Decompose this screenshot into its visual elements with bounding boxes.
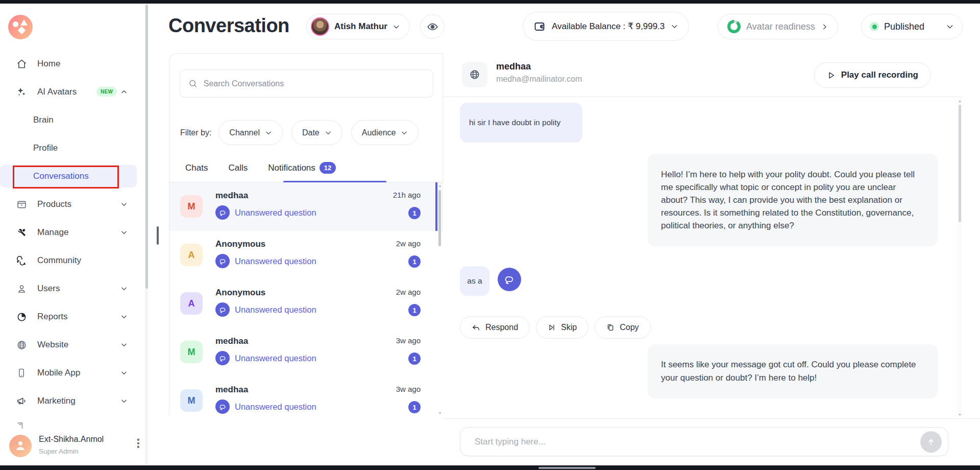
tab-calls[interactable]: Calls: [228, 163, 248, 180]
sidebar-item-label: Brain: [33, 115, 54, 125]
skip-icon: [548, 323, 556, 332]
user-avatar[interactable]: [9, 435, 32, 457]
sidebar-item-mobile-app[interactable]: Mobile App: [0, 362, 148, 384]
chevron-down-icon: [120, 369, 128, 377]
sidebar-item-brain[interactable]: Brain: [0, 109, 148, 131]
conversation-row[interactable]: M medhaa Unanswered question 3w ago 1: [169, 377, 443, 416]
message-text: It seems like your message got cut off. …: [661, 360, 916, 383]
list-scrollbar[interactable]: ▲ ▼: [438, 183, 442, 416]
window-top-bar: [0, 0, 980, 4]
tools-icon: [15, 226, 28, 239]
home-icon: [15, 58, 28, 70]
sidebar-item-profile[interactable]: Profile: [0, 137, 148, 159]
notifications-count-badge: 12: [320, 162, 336, 174]
sidebar-item-manage[interactable]: Manage: [0, 221, 148, 244]
filter-channel-dropdown[interactable]: Channel: [218, 120, 283, 145]
balance-dropdown[interactable]: Available Balance : ₹ 9,999.3: [523, 12, 689, 41]
tab-chats[interactable]: Chats: [185, 163, 208, 180]
sidebar-item-label: Manage: [37, 227, 68, 238]
respond-label: Respond: [485, 323, 518, 332]
unread-count-badge: 1: [408, 255, 421, 268]
search-box[interactable]: [180, 69, 433, 98]
sidebar-item-marketing[interactable]: Marketing: [0, 390, 148, 412]
filter-date-dropdown[interactable]: Date: [291, 120, 342, 145]
play-button-label: Play call recording: [841, 70, 918, 80]
sidebar-item-label: Users: [37, 284, 60, 294]
send-button[interactable]: [920, 431, 942, 453]
user-role: Super Admin: [39, 448, 78, 455]
message-input[interactable]: [475, 437, 920, 447]
chevron-down-icon: [401, 129, 408, 136]
scroll-up-arrow-icon[interactable]: ▲: [438, 184, 442, 187]
avatar-readiness-button[interactable]: Avatar readiness: [718, 14, 838, 39]
sidebar-item-users[interactable]: Users: [0, 277, 148, 300]
preview-eye-button[interactable]: [420, 14, 445, 39]
publish-status-dropdown[interactable]: Published: [861, 14, 963, 39]
chat-cloud-icon: [215, 400, 230, 414]
reply-icon: [472, 323, 480, 332]
scroll-down-arrow-icon[interactable]: ▼: [438, 411, 442, 415]
sidebar-item-label: Conversations: [33, 171, 89, 181]
avatar: M: [180, 341, 203, 363]
composer[interactable]: [460, 427, 948, 456]
filter-audience-dropdown[interactable]: Audience: [351, 120, 419, 145]
chat-cloud-icon: [215, 254, 230, 268]
chevron-down-icon: [120, 201, 128, 208]
message-bubble-user: as a: [460, 266, 489, 296]
conversation-list-panel: Filter by: Channel Date Audience Chats C…: [169, 53, 443, 416]
sidebar-item-conversations[interactable]: Conversations: [0, 165, 137, 187]
brand-logo[interactable]: [8, 15, 33, 39]
sidebar-item-products[interactable]: Products: [0, 193, 148, 216]
app-window: Home AI Avatars NEW Brain Profile Conver…: [0, 4, 980, 465]
chevron-down-icon: [120, 313, 128, 320]
archive-icon: [15, 198, 28, 210]
sidebar-item-home[interactable]: Home: [0, 53, 148, 75]
chevron-up-icon: [120, 88, 128, 96]
megaphone-icon: [15, 395, 28, 407]
sidebar-item-label: Community: [37, 255, 81, 266]
avatar-selector-dropdown[interactable]: Atish Mathur: [306, 14, 410, 39]
conversation-row[interactable]: A Anonymous Unanswered question 2w ago 1: [169, 279, 443, 328]
conversation-status: Unanswered question: [235, 402, 316, 412]
play-call-recording-button[interactable]: Play call recording: [814, 62, 931, 88]
sidebar-nav: Home AI Avatars NEW Brain Profile Conver…: [0, 53, 148, 418]
window-bottom-bar: [0, 465, 980, 470]
sidebar-item-ai-avatars[interactable]: AI Avatars NEW: [0, 81, 148, 103]
sidebar-item-label: Products: [37, 199, 71, 209]
tab-label: Calls: [228, 163, 248, 173]
respond-button[interactable]: Respond: [460, 316, 530, 339]
chat-bubbles-icon: [15, 254, 28, 267]
unread-count-badge: 1: [408, 207, 421, 219]
chat-cloud-icon: [215, 351, 230, 365]
chevron-down-icon: [120, 397, 128, 405]
message-bubble-bot: It seems like your message got cut off. …: [648, 344, 938, 398]
tab-notifications[interactable]: Notifications 12: [268, 162, 336, 181]
user-name: Ext-Shikha.Anmol: [39, 435, 104, 444]
skip-button[interactable]: Skip: [536, 316, 589, 339]
scroll-down-arrow-icon[interactable]: ▼: [958, 413, 962, 416]
copy-button[interactable]: Copy: [595, 316, 650, 339]
chat-scrollbar[interactable]: ▲ ▼: [958, 99, 962, 417]
scroll-up-arrow-icon[interactable]: ▲: [958, 99, 962, 103]
sidebar-item-website[interactable]: Website: [0, 334, 148, 356]
search-input[interactable]: [204, 79, 425, 88]
conversation-row[interactable]: M medhaa Unanswered question 3w ago 1: [169, 328, 443, 377]
chevron-down-icon: [120, 285, 128, 292]
conversation-tabs: Chats Calls Notifications 12: [185, 162, 336, 181]
copy-icon: [606, 323, 615, 332]
sidebar-item-community[interactable]: Community: [0, 249, 148, 272]
sidebar-item-reports[interactable]: Reports: [0, 306, 148, 328]
conversation-time: 3w ago: [396, 385, 421, 393]
conversation-row[interactable]: M medhaa Unanswered question 21h ago 1: [169, 182, 443, 231]
chat-panel: medhaa medha@mailinator.com Play call re…: [443, 53, 980, 416]
panel-drag-handle[interactable]: [157, 226, 159, 245]
chevron-right-icon: [821, 23, 828, 31]
conversation-name: medhaa: [215, 336, 248, 346]
filter-date-label: Date: [302, 128, 320, 137]
phone-icon: [15, 367, 28, 379]
eye-icon: [427, 21, 438, 33]
kebab-menu-icon[interactable]: •••: [137, 438, 140, 449]
chevron-down-icon: [265, 129, 272, 136]
status-label: Published: [884, 21, 924, 32]
conversation-row[interactable]: A Anonymous Unanswered question 2w ago 1: [169, 231, 443, 279]
